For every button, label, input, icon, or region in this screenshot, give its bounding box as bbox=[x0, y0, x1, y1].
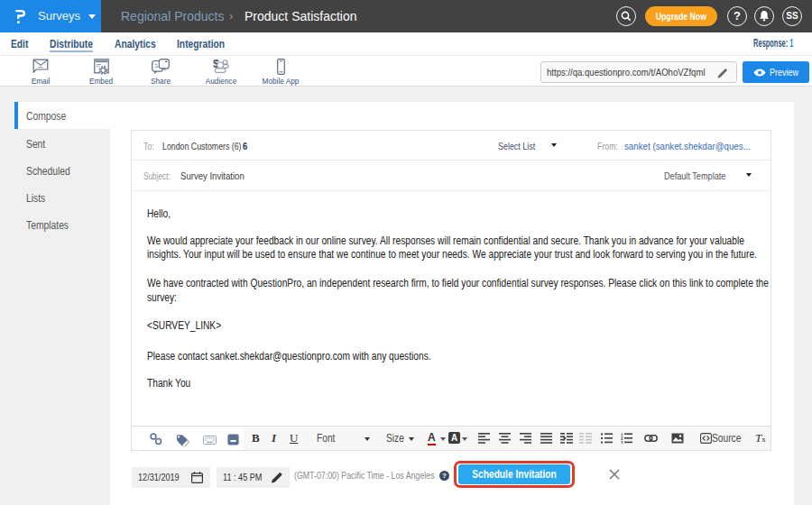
svg-text:3: 3 bbox=[621, 441, 623, 444]
